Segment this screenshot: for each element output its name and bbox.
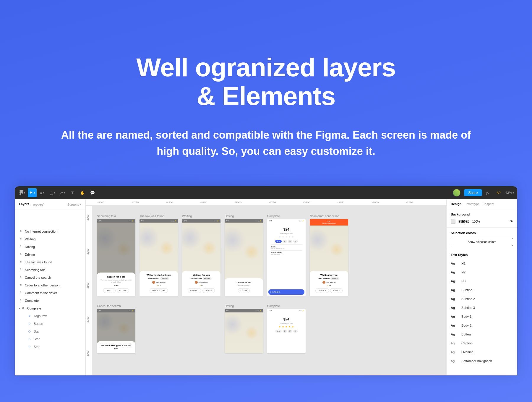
frame[interactable]: Driving9:41●●● ⚡ <box>225 304 263 353</box>
text-style-row[interactable]: AgButton <box>451 330 513 339</box>
frame-label: No internet connection <box>310 215 348 218</box>
frame-label: Complete <box>267 304 306 308</box>
bg-swatch[interactable] <box>451 219 455 224</box>
frame[interactable]: Complete9:41●●● ⚡ $24 How was your trip … <box>267 215 306 296</box>
frame-label: The taxi was found <box>140 215 178 218</box>
layer-row-expanded[interactable]: ▾#Complete <box>15 304 85 312</box>
bg-opacity[interactable]: 100% <box>472 220 480 223</box>
frame[interactable]: Complete9:41●●● ⚡ $24 How was your trip … <box>267 304 306 353</box>
frame-label: Cancel the search <box>97 304 135 308</box>
text-style-row[interactable]: AgBody 1 <box>451 312 513 321</box>
pen-tool-icon[interactable]: ▾ <box>58 188 67 197</box>
layer-row[interactable]: #Driving <box>15 243 85 251</box>
text-style-row[interactable]: AgSubtitle 2 <box>451 294 513 303</box>
frame[interactable]: Driving9:41●●● ⚡3 minutes leftHow was yo… <box>225 215 263 296</box>
hero-section: Well ogranized layers & Elements All the… <box>0 0 532 186</box>
layer-row[interactable]: #Comment to the driver <box>15 289 85 297</box>
share-button[interactable]: Share <box>464 189 482 196</box>
tab-inspect[interactable]: Inspect <box>484 202 494 206</box>
frame-label: Searching taxi <box>97 215 135 218</box>
text-styles-label: Text Styles <box>451 253 513 257</box>
canvas[interactable]: -5000-4750-4500-4250-4000-3750-3500-3250… <box>86 199 446 375</box>
text-tool-icon[interactable]: T <box>68 188 77 197</box>
bg-hex[interactable]: E5E5E5 <box>458 220 469 223</box>
layer-child[interactable]: ◇Star <box>15 328 85 335</box>
text-style-row[interactable]: AgH1 <box>451 259 513 268</box>
text-style-row[interactable]: AgSubtitle 3 <box>451 303 513 312</box>
selection-colors-label: Selection colors <box>451 231 513 235</box>
layer-row[interactable]: #The taxi was found <box>15 258 85 266</box>
frame-tool-icon[interactable]: #▾ <box>38 188 47 197</box>
design-panel: Design Prototype Inspect Background E5E5… <box>446 199 517 375</box>
figma-menu-icon[interactable]: ▾ <box>18 188 27 197</box>
zoom-control[interactable]: 43% ▾ <box>505 191 514 194</box>
tab-assets[interactable]: Assets• <box>33 202 43 207</box>
layers-panel: Layers Assets• Screens▾ #No internet con… <box>15 199 86 375</box>
figma-window: ▾ ▾ #▾ ▢▾ ▾ T ✋ 💬 Share ▷ A? 43% ▾ Layer… <box>15 186 517 375</box>
text-style-row[interactable]: AgBody 2 <box>451 321 513 330</box>
tab-layers[interactable]: Layers <box>19 202 29 207</box>
frame-label: Driving <box>225 304 263 308</box>
frame[interactable]: Waiting9:41●●● ⚡Waiting for youBlack Mer… <box>182 215 220 296</box>
text-style-row[interactable]: AgSubtitle 1 <box>451 286 513 294</box>
text-style-row[interactable]: AgCaption <box>451 339 513 348</box>
frame-label: Driving <box>225 215 263 218</box>
layer-row[interactable]: #Complete <box>15 297 85 304</box>
frame-label: Waiting <box>182 215 220 218</box>
layer-child[interactable]: ≡Tags row <box>15 312 85 320</box>
tab-design[interactable]: Design <box>451 202 462 206</box>
frame[interactable]: No internet connection9:41No internet co… <box>310 215 348 296</box>
frame[interactable]: Searching taxi9:41●●● ⚡Search for a carT… <box>97 215 135 296</box>
user-avatar[interactable] <box>453 189 460 197</box>
text-style-row[interactable]: AgH2 <box>451 268 513 277</box>
background-label: Background <box>451 213 513 216</box>
layer-child[interactable]: ◇Star <box>15 343 85 351</box>
frame[interactable]: Cancel the search9:41●●● ⚡We are looking… <box>97 304 135 353</box>
text-style-row[interactable]: AgH3 <box>451 277 513 286</box>
shape-tool-icon[interactable]: ▢▾ <box>48 188 57 197</box>
layer-child[interactable]: ◇Star <box>15 335 85 343</box>
comment-tool-icon[interactable]: 💬 <box>88 188 97 197</box>
move-tool-icon[interactable]: ▾ <box>28 188 37 197</box>
missing-fonts-badge[interactable]: A? <box>497 191 501 194</box>
text-style-row[interactable]: AgOverline <box>451 348 513 356</box>
text-style-row[interactable]: AgBottombar navigation <box>451 356 513 365</box>
frame-label: Complete <box>267 215 306 218</box>
layer-row[interactable]: #No internet connection <box>15 228 85 235</box>
layer-row[interactable]: #Order to another person <box>15 281 85 289</box>
pages-dropdown[interactable]: Screens▾ <box>67 202 81 207</box>
ruler-horizontal: -5000-4750-4500-4250-4000-3750-3500-3250… <box>86 199 446 206</box>
figma-toolbar: ▾ ▾ #▾ ▢▾ ▾ T ✋ 💬 Share ▷ A? 43% ▾ <box>15 186 517 199</box>
show-selection-colors-button[interactable]: Show selection colors <box>451 238 513 246</box>
hero-subtitle: All the are named, sorted and compatible… <box>59 127 473 160</box>
layer-child[interactable]: ◇Button <box>15 320 85 328</box>
layer-row[interactable]: #Searching taxi <box>15 266 85 274</box>
present-icon[interactable]: ▷ <box>483 188 492 197</box>
ruler-vertical: 20002250250027503000 <box>86 206 92 375</box>
hero-title: Well ogranized layers & Elements <box>30 53 502 111</box>
tab-prototype[interactable]: Prototype <box>466 202 480 206</box>
visibility-icon[interactable]: 👁 <box>510 219 513 223</box>
layer-row[interactable]: #Cancel the search <box>15 274 85 281</box>
layer-row[interactable]: #Waiting <box>15 235 85 243</box>
layer-row[interactable]: #Driving <box>15 251 85 258</box>
frame[interactable]: The taxi was found9:41●●● ⚡Will arrive i… <box>140 215 178 296</box>
hand-tool-icon[interactable]: ✋ <box>78 188 87 197</box>
